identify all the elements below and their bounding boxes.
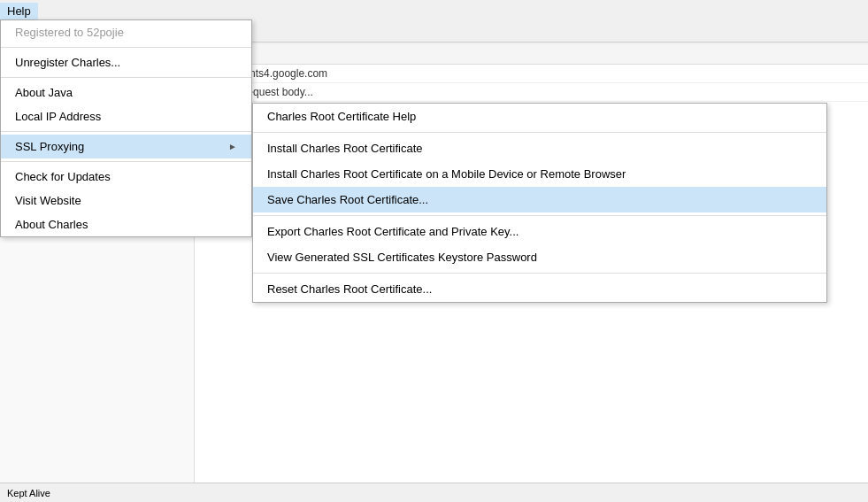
menu-item-about-charles[interactable]: About Charles [1, 212, 251, 236]
value-row-1: Sending request body... [195, 83, 868, 102]
submenu-item-root-cert-help[interactable]: Charles Root Certificate Help [253, 104, 826, 129]
menu-item-local-ip[interactable]: Local IP Address [1, 104, 251, 128]
menu-item-about-java[interactable]: About Java [1, 81, 251, 104]
ssl-separator-2 [253, 215, 826, 216]
ssl-separator-3 [253, 273, 826, 274]
main-area: Help Summary Chart Notes ⊞ ALPN Client C… [0, 0, 868, 502]
value-header: Value [195, 44, 868, 65]
ssl-separator-1 [253, 132, 826, 133]
submenu-item-view-keystore-password[interactable]: View Generated SSL Certificates Keystore… [253, 244, 826, 270]
separator-4 [1, 161, 251, 162]
menu-item-ssl-proxying[interactable]: SSL Proxying ► [1, 135, 251, 158]
help-menu-trigger[interactable]: Help [0, 3, 38, 19]
help-menu[interactable]: Registered to 52pojie Unregister Charles… [0, 19, 252, 237]
submenu-arrow-icon: ► [228, 142, 237, 151]
menu-item-unregister[interactable]: Unregister Charles... [1, 50, 251, 74]
separator-3 [1, 131, 251, 132]
submenu-item-install-root-cert[interactable]: Install Charles Root Certificate [253, 135, 826, 161]
value-row-0: https://clients4.google.com [195, 65, 868, 83]
status-text: Kept Alive [7, 488, 50, 498]
submenu-item-export-root-cert[interactable]: Export Charles Root Certificate and Priv… [253, 219, 826, 244]
menu-item-check-updates[interactable]: Check for Updates [1, 165, 251, 189]
submenu-item-install-root-cert-mobile[interactable]: Install Charles Root Certificate on a Mo… [253, 161, 826, 187]
submenu-item-save-root-cert[interactable]: Save Charles Root Certificate... [253, 187, 826, 212]
submenu-item-reset-root-cert[interactable]: Reset Charles Root Certificate... [253, 276, 826, 302]
status-bar: Kept Alive [0, 483, 868, 502]
ssl-submenu[interactable]: Charles Root Certificate Help Install Ch… [252, 103, 827, 303]
separator-1 [1, 47, 251, 48]
menu-item-registered: Registered to 52pojie [1, 20, 251, 44]
separator-2 [1, 77, 251, 78]
menu-item-visit-website[interactable]: Visit Website [1, 189, 251, 212]
